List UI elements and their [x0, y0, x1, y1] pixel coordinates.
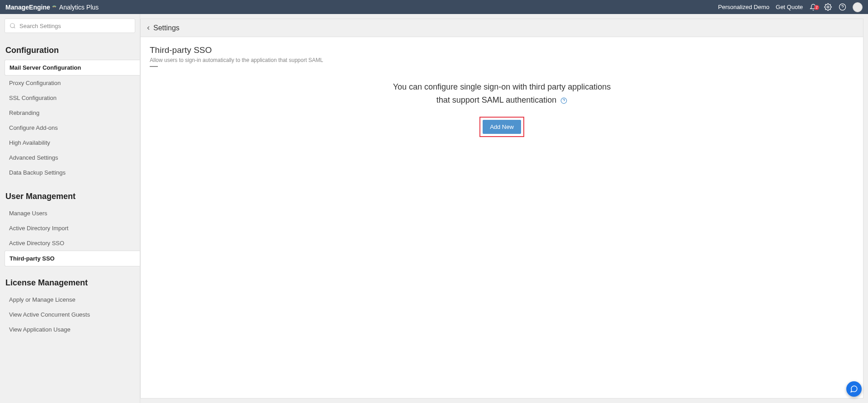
section-license-management: License Management — [5, 275, 135, 292]
sidebar-item-ssl[interactable]: SSL Configuration — [5, 90, 135, 105]
title-underline — [150, 66, 158, 67]
chat-icon — [850, 385, 858, 393]
add-new-highlight: Add New — [479, 117, 524, 137]
svg-point-1 — [839, 4, 845, 10]
empty-state: You can configure single sign-on with th… — [150, 81, 854, 137]
sidebar-item-concurrent-guests[interactable]: View Active Concurrent Guests — [5, 307, 135, 322]
sidebar-item-apply-license[interactable]: Apply or Manage License — [5, 292, 135, 307]
notification-badge: 2 — [814, 5, 819, 10]
notification-icon[interactable]: 2 — [809, 3, 817, 11]
main-panel: Third-party SSO Allow users to sign-in a… — [140, 37, 863, 398]
sidebar-item-third-party-sso[interactable]: Third-party SSO — [5, 251, 140, 266]
section-configuration: Configuration — [5, 42, 135, 60]
chat-fab[interactable] — [846, 381, 862, 397]
svg-point-3 — [10, 24, 14, 28]
sidebar: Configuration Mail Server Configuration … — [0, 14, 140, 403]
sidebar-item-manage-users[interactable]: Manage Users — [5, 206, 135, 221]
get-quote-link[interactable]: Get Quote — [776, 4, 803, 10]
panel-subtitle: Allow users to sign-in automatically to … — [150, 57, 854, 63]
avatar[interactable] — [853, 2, 863, 12]
empty-state-line1: You can configure single sign-on with th… — [150, 81, 854, 94]
sidebar-item-mail-server[interactable]: Mail Server Configuration — [5, 60, 140, 76]
breadcrumb-title: Settings — [153, 24, 180, 32]
sidebar-item-application-usage[interactable]: View Application Usage — [5, 322, 135, 337]
svg-line-4 — [14, 27, 15, 28]
logo-brand: ManageEngine — [5, 4, 50, 11]
sidebar-item-backup[interactable]: Data Backup Settings — [5, 165, 135, 180]
app-logo[interactable]: ManageEngine Analytics Plus — [5, 4, 99, 11]
sidebar-item-advanced[interactable]: Advanced Settings — [5, 150, 135, 165]
logo-product: Analytics — [59, 4, 85, 11]
panel-title: Third-party SSO — [150, 45, 854, 55]
add-new-button[interactable]: Add New — [483, 120, 521, 134]
section-user-management: User Management — [5, 188, 135, 206]
help-inline-icon[interactable] — [560, 97, 567, 104]
search-input[interactable] — [19, 23, 130, 29]
settings-icon[interactable] — [824, 3, 832, 11]
main-area: Settings Third-party SSO Allow users to … — [140, 14, 868, 403]
breadcrumb-bar: Settings — [140, 19, 863, 37]
app-header: ManageEngine Analytics Plus Personalized… — [0, 0, 868, 14]
sidebar-item-rebranding[interactable]: Rebranding — [5, 105, 135, 120]
chevron-left-icon — [145, 25, 152, 31]
logo-arc-icon — [52, 3, 57, 10]
sidebar-item-addons[interactable]: Configure Add-ons — [5, 120, 135, 135]
search-icon — [9, 23, 16, 29]
content-wrapper: Configuration Mail Server Configuration … — [0, 14, 868, 403]
search-box[interactable] — [5, 19, 135, 33]
sidebar-item-proxy[interactable]: Proxy Configuration — [5, 76, 135, 90]
sidebar-item-ha[interactable]: High Availability — [5, 135, 135, 150]
personalized-demo-link[interactable]: Personalized Demo — [718, 4, 769, 10]
sidebar-item-ad-import[interactable]: Active Directory Import — [5, 221, 135, 236]
svg-point-0 — [827, 6, 829, 8]
empty-state-line2: that support SAML authentication — [150, 94, 854, 107]
header-right: Personalized Demo Get Quote 2 — [718, 2, 863, 12]
logo-suffix: Plus — [86, 4, 99, 11]
sidebar-item-ad-sso[interactable]: Active Directory SSO — [5, 236, 135, 251]
help-icon[interactable] — [838, 3, 846, 11]
breadcrumb-back[interactable]: Settings — [145, 24, 180, 32]
